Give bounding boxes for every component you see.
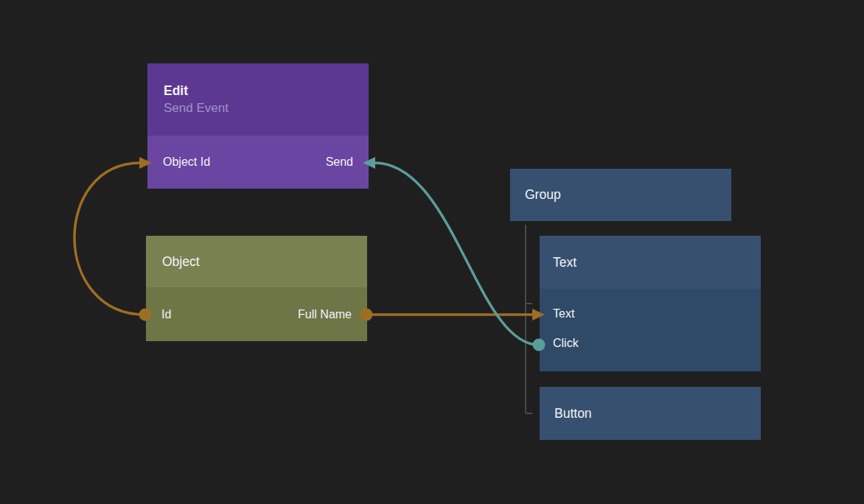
node-editor-canvas[interactable]: Edit Send Event Object Id Send Object Id… (0, 0, 864, 504)
node-object-header: Object (146, 236, 367, 287)
port-text-click[interactable]: Click (540, 329, 761, 358)
node-text-header: Text (540, 236, 761, 289)
node-edit-header: Edit Send Event (147, 63, 369, 136)
edge-object-id-to-edit-object-id[interactable] (74, 163, 145, 315)
port-object-id[interactable]: Id (161, 308, 171, 321)
node-button-title: Button (554, 406, 592, 421)
group-tree-line (526, 225, 532, 413)
port-text-text[interactable]: Text (540, 299, 761, 329)
node-group-header: Group (510, 169, 731, 221)
node-button-header: Button (540, 387, 761, 440)
node-object-ports-section: Id Full Name (146, 287, 367, 341)
node-edit-ports-section: Object Id Send (147, 136, 369, 189)
node-edit-subtitle: Send Event (164, 101, 352, 116)
node-text-title: Text (553, 255, 576, 270)
port-object-full-name[interactable]: Full Name (298, 308, 352, 321)
node-object[interactable]: Object Id Full Name (146, 236, 367, 341)
node-text[interactable]: Text Text Click (540, 236, 761, 371)
node-edit[interactable]: Edit Send Event Object Id Send (147, 63, 369, 189)
node-group-title: Group (525, 187, 561, 203)
node-text-ports-section: Text Click (540, 289, 761, 371)
node-group[interactable]: Group (510, 169, 731, 221)
node-edit-title: Edit (164, 83, 352, 99)
port-edit-object-id[interactable]: Object Id (163, 155, 210, 169)
port-edit-send[interactable]: Send (326, 155, 353, 169)
node-button[interactable]: Button (540, 387, 761, 440)
node-object-title: Object (162, 254, 200, 270)
